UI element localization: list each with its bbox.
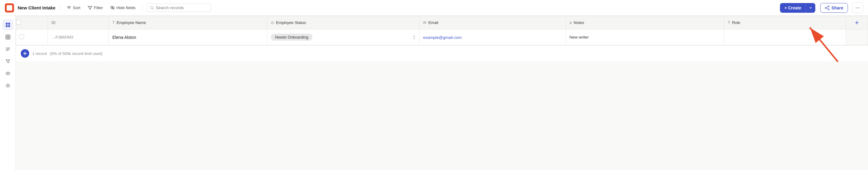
email-type-icon: ✉ [423,20,426,25]
header-add-column[interactable]: + [846,16,868,30]
header-role[interactable]: T Role [724,16,846,30]
notes-type-icon: ≡ [569,20,572,25]
filter-funnel-icon [5,58,11,64]
data-table: ID T Employee Name ⊙ Employee Status [16,16,868,45]
header-email[interactable]: ✉ Email [420,16,565,30]
email-col-label: Email [428,20,438,25]
row-employee-name[interactable]: Elena Alston [109,30,267,45]
status-badge-text: Needs Onboarding [275,35,308,39]
record-count: 1 record [32,51,47,56]
header-id: ID [48,16,109,30]
svg-rect-10 [8,25,10,27]
row-id-value: …PJB6DM3 [52,35,73,39]
hide-fields-label: Hide fields [116,5,135,10]
create-button[interactable]: + Create [780,3,806,13]
share-button[interactable]: Share [820,3,848,13]
grid-icon [5,34,11,40]
search-box[interactable] [147,4,211,12]
app-logo [5,3,14,12]
app-title: New Client Intake [18,5,56,10]
email-link[interactable]: example@gmail.com [423,35,461,40]
header-checkbox[interactable] [16,20,21,25]
role-col-label: Role [732,20,740,25]
add-record-icon [23,51,27,55]
svg-point-21 [7,85,8,87]
sidebar-icon-gear[interactable] [2,80,13,91]
gear-icon [5,83,11,88]
header-employee-status[interactable]: ⊙ Employee Status [267,16,420,30]
sidebar-icon-filter[interactable] [2,56,13,67]
employee-name-col-label: Employee Name [117,20,146,25]
chevron-down-icon [809,6,812,10]
row-add-col-cell [846,30,868,45]
svg-point-4 [828,6,829,7]
create-dropdown-button[interactable] [806,4,815,12]
header-employee-name[interactable]: T Employee Name [109,16,267,30]
search-input[interactable] [156,5,208,10]
row-id: …PJB6DM3 [48,30,109,45]
svg-point-5 [828,9,829,10]
employee-name-value: Elena Alston [113,35,136,40]
filter-button[interactable]: Filter [85,4,105,11]
main-layout: ID T Employee Name ⊙ Employee Status [0,16,868,170]
apps-icon [5,22,11,28]
row-email[interactable]: example@gmail.com [420,30,565,45]
create-label: + Create [784,5,801,10]
hide-fields-button[interactable]: Hide fields [108,4,138,11]
sidebar [0,16,16,170]
filter-icon [88,5,92,10]
status-type-icon: ⊙ [271,20,274,25]
record-limit: (0% of 500k record limit used) [50,51,103,56]
add-record-button[interactable] [21,49,29,58]
table-row: …PJB6DM3 Elena Alston Needs Onboarding [16,30,868,45]
svg-point-20 [7,73,8,74]
add-column-icon[interactable]: + [855,19,859,27]
row-checkbox-cell[interactable] [16,30,48,45]
sidebar-icon-filter-list[interactable] [2,44,13,55]
sidebar-icon-apps[interactable] [2,19,13,30]
toolbar-divider [60,5,60,11]
eye-icon [5,71,11,76]
more-button[interactable]: ··· [852,2,863,13]
table-area: ID T Employee Name ⊙ Employee Status [16,16,868,170]
svg-rect-0 [7,5,12,11]
header-checkbox-cell[interactable] [16,16,48,30]
search-icon [150,6,154,10]
svg-rect-8 [8,23,10,25]
sort-button[interactable]: Sort [64,4,83,11]
row-notes[interactable]: New writer [565,30,724,45]
row-employee-status[interactable]: Needs Onboarding ▲ ▼ [267,30,420,45]
row-role[interactable] [724,30,846,45]
row-checkbox[interactable] [19,34,24,39]
id-col-label: ID [52,20,56,25]
sort-icon [67,5,71,10]
svg-rect-7 [6,23,8,25]
svg-point-6 [825,7,826,8]
sidebar-icon-eye[interactable] [2,68,13,79]
text-type-icon: T [113,20,115,25]
table-header-row: ID T Employee Name ⊙ Employee Status [16,16,868,30]
list-filter-icon [5,46,11,52]
filter-label: Filter [94,5,103,10]
status-badge: Needs Onboarding [271,34,312,41]
svg-rect-9 [6,25,8,27]
notes-col-label: Notes [574,20,584,25]
sidebar-icon-grid[interactable] [2,32,13,42]
svg-rect-11 [6,35,10,39]
share-label: Share [832,5,843,10]
toolbar-divider2 [142,5,143,11]
share-icon [825,5,830,10]
toolbar: New Client Intake Sort Filter Hide field… [0,0,868,16]
notes-value: New writer [569,35,589,39]
employee-status-col-label: Employee Status [276,20,306,25]
hide-fields-icon [110,5,115,10]
status-sort-arrows[interactable]: ▲ ▼ [413,35,416,40]
create-button-group: + Create [780,3,815,13]
header-notes[interactable]: ≡ Notes [565,16,724,30]
role-type-icon: T [728,20,730,25]
more-label: ··· [856,5,860,11]
table-footer: 1 record (0% of 500k record limit used) [16,45,868,61]
sort-label: Sort [73,5,81,10]
